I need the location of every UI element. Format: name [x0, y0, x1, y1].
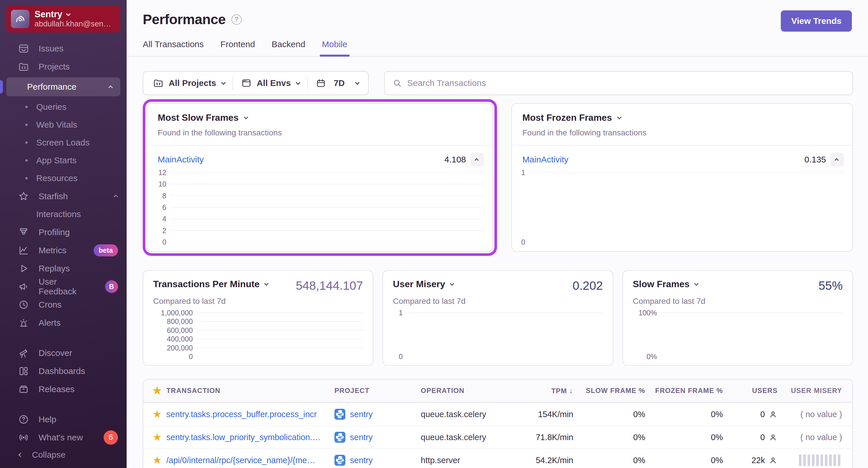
widget-value: 0.202 — [573, 279, 603, 293]
slow-frame-cell: 0% — [573, 433, 645, 442]
user-icon — [768, 410, 778, 419]
tab-backend[interactable]: Backend — [272, 39, 305, 56]
column-header-tpm[interactable]: TPM ↓ — [516, 387, 573, 395]
star-toggle[interactable]: ★ — [153, 454, 162, 466]
megaphone-icon — [18, 281, 29, 292]
column-header-users[interactable]: USERS — [723, 387, 778, 395]
bullet-icon — [25, 124, 28, 126]
y-axis-labels: 100%0% — [633, 312, 660, 358]
table-row: ★ /api/0/internal/rpc/{service_name}/{me… — [143, 448, 852, 468]
sidebar-item-queries[interactable]: Queries — [0, 98, 127, 116]
column-header-transaction[interactable]: TRANSACTION — [166, 387, 334, 395]
column-header-slow-frame[interactable]: SLOW FRAME % — [573, 387, 645, 395]
project-link[interactable]: sentry — [350, 433, 373, 442]
org-meta: Sentry abdullah.khan@sen… — [34, 9, 111, 29]
sidebar-item-discover[interactable]: Discover — [0, 344, 127, 362]
sidebar-item-web-vitals[interactable]: Web Vitals — [0, 116, 127, 134]
sidebar-item-projects[interactable]: Projects — [0, 58, 127, 76]
sidebar-item-label: Alerts — [38, 318, 61, 328]
date-range-filter[interactable]: 7D — [308, 78, 366, 88]
chevron-up-icon — [108, 85, 113, 90]
sidebar-item-label: Performance — [27, 82, 76, 92]
tpm-cell: 54.2K/min — [516, 456, 573, 465]
star-toggle[interactable]: ★ — [153, 431, 162, 443]
user-misery-cell: ( no value ) — [778, 433, 852, 442]
sort-desc-icon: ↓ — [569, 387, 573, 395]
archive-icon — [18, 383, 29, 395]
project-filter[interactable]: All Projects — [145, 78, 232, 88]
siren-icon — [18, 317, 29, 329]
widget-subtitle: Compared to last 7d — [633, 297, 843, 306]
most-frozen-frames-widget: Most Frozen Frames Found in the followin… — [512, 103, 853, 252]
sidebar-item-performance[interactable]: Performance — [6, 77, 120, 96]
widget-title-dropdown[interactable]: Most Slow Frames — [158, 112, 482, 123]
sentry-logo-icon — [11, 10, 29, 28]
transaction-link[interactable]: sentry.tasks.process_buffer.process_incr — [166, 410, 317, 419]
widget-header: Most Frozen Frames Found in the followin… — [512, 104, 852, 145]
sidebar-item-profiling[interactable]: Profiling — [0, 223, 127, 241]
transaction-link[interactable]: sentry.tasks.low_priority_symbolication.… — [166, 433, 320, 442]
sidebar-item-screen-loads[interactable]: Screen Loads — [0, 134, 127, 152]
bullet-icon — [25, 177, 28, 179]
star-toggle[interactable]: ★ — [153, 408, 162, 420]
user-icon — [768, 433, 778, 442]
sidebar-item-user-feedback[interactable]: User Feedback B — [0, 277, 127, 296]
view-trends-button[interactable]: View Trends — [781, 10, 852, 32]
transaction-link[interactable]: MainActivity — [158, 155, 204, 164]
widget-title-dropdown[interactable]: User Misery — [393, 279, 453, 290]
sidebar-item-help[interactable]: Help — [0, 410, 127, 428]
search-input[interactable] — [407, 78, 845, 88]
operation-cell: http.server — [421, 456, 516, 465]
sidebar-item-metrics[interactable]: Metrics beta — [0, 241, 127, 259]
widget-title-dropdown[interactable]: Most Frozen Frames — [522, 112, 842, 123]
collapse-row-button[interactable] — [831, 153, 844, 166]
sidebar-item-resources[interactable]: Resources — [0, 169, 127, 187]
widget-subtitle: Found in the following transactions — [522, 128, 842, 145]
chevron-down-icon — [221, 80, 226, 85]
collapse-row-button[interactable] — [470, 153, 484, 166]
column-header-user-misery[interactable]: USER MISERY — [778, 387, 852, 395]
tab-all-transactions[interactable]: All Transactions — [143, 39, 204, 56]
org-switcher[interactable]: Sentry abdullah.khan@sen… — [6, 5, 120, 32]
project-filter-label: All Projects — [169, 78, 216, 88]
project-link[interactable]: sentry — [350, 410, 373, 419]
transaction-link[interactable]: MainActivity — [522, 155, 568, 164]
search-bar — [384, 71, 853, 95]
sidebar-item-dashboards[interactable]: Dashboards — [0, 362, 127, 380]
sidebar-item-whats-new[interactable]: What's new 6 — [0, 428, 127, 446]
most-frozen-frames-chart: 10 — [512, 168, 852, 251]
table-header-row: ★ TRANSACTION PROJECT OPERATION TPM ↓ SL… — [143, 379, 852, 402]
sidebar-item-releases[interactable]: Releases — [0, 380, 127, 398]
tab-frontend[interactable]: Frontend — [220, 39, 255, 56]
widget-title-dropdown[interactable]: Transactions Per Minute — [153, 279, 267, 290]
sidebar-item-alerts[interactable]: Alerts — [0, 314, 127, 332]
column-header-operation[interactable]: OPERATION — [421, 387, 516, 395]
sidebar-item-issues[interactable]: Issues — [0, 39, 127, 58]
clock-icon — [18, 299, 29, 310]
tab-mobile[interactable]: Mobile — [322, 39, 347, 56]
sidebar-item-label: What's new — [38, 433, 83, 442]
column-header-project[interactable]: PROJECT — [334, 387, 421, 395]
sidebar-item-app-starts[interactable]: App Starts — [0, 152, 127, 169]
sidebar-item-label: Interactions — [36, 209, 81, 219]
project-link[interactable]: sentry — [350, 456, 373, 465]
help-circle-icon[interactable]: ? — [231, 14, 242, 25]
sidebar-item-crons[interactable]: Crons — [0, 296, 127, 314]
sidebar-collapse-button[interactable]: Collapse — [0, 446, 127, 468]
sidebar-item-replays[interactable]: Replays — [0, 259, 127, 277]
widget-subtitle: Compared to last 7d — [393, 297, 603, 306]
column-header-frozen-frame[interactable]: FROZEN FRAME % — [645, 387, 723, 395]
sidebar-item-label: Projects — [38, 62, 70, 72]
chevron-down-icon — [296, 80, 301, 85]
chevron-down-icon — [244, 115, 248, 120]
help-icon — [18, 414, 29, 425]
widget-title-dropdown[interactable]: Slow Frames — [633, 279, 698, 290]
sidebar-item-starfish[interactable]: Starfish — [0, 187, 127, 205]
page-header: Performance ? — [127, 0, 868, 27]
environment-filter[interactable]: All Envs — [233, 78, 307, 88]
chart-plot-area — [660, 312, 843, 358]
sidebar-item-interactions[interactable]: Interactions — [0, 205, 127, 223]
sidebar-item-label: Discover — [38, 348, 72, 358]
transaction-link[interactable]: /api/0/internal/rpc/{service_name}/{me… — [166, 456, 315, 465]
search-icon — [392, 78, 402, 88]
